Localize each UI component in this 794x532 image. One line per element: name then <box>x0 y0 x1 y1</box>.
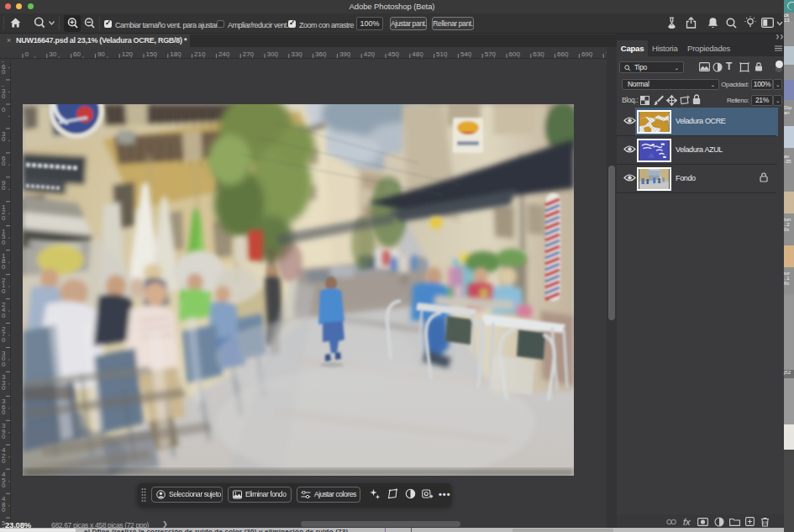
svg-text:0: 0 <box>2 214 6 222</box>
svg-text:0: 0 <box>2 408 6 416</box>
svg-text:0: 0 <box>2 68 6 76</box>
svg-text:450: 450 <box>388 50 400 58</box>
svg-text:0: 0 <box>2 263 6 271</box>
svg-text:0: 0 <box>2 312 6 319</box>
svg-text:30: 30 <box>49 50 56 58</box>
svg-text:390: 390 <box>339 50 351 58</box>
svg-text:0: 0 <box>2 239 6 246</box>
svg-text:0: 0 <box>2 384 6 392</box>
svg-text:0: 0 <box>2 433 6 440</box>
svg-text:270: 270 <box>243 50 255 58</box>
svg-text:300: 300 <box>267 50 279 58</box>
svg-text:180: 180 <box>170 50 181 58</box>
svg-text:480: 480 <box>412 50 423 58</box>
svg-text:690: 690 <box>581 50 593 58</box>
svg-text:0: 0 <box>2 506 6 514</box>
svg-text:360: 360 <box>315 50 327 58</box>
svg-text:0: 0 <box>2 336 6 344</box>
svg-text:0: 0 <box>2 135 6 143</box>
svg-text:0: 0 <box>2 160 6 167</box>
svg-text:60: 60 <box>73 50 81 58</box>
svg-text:510: 510 <box>436 50 448 58</box>
svg-text:0: 0 <box>2 287 6 295</box>
svg-text:150: 150 <box>146 50 158 58</box>
svg-text:420: 420 <box>364 50 376 58</box>
svg-text:0: 0 <box>2 457 6 465</box>
svg-text:600: 600 <box>509 50 521 58</box>
svg-text:120: 120 <box>122 50 134 58</box>
svg-text:0: 0 <box>2 361 6 368</box>
svg-text:240: 240 <box>218 50 230 58</box>
svg-text:0: 0 <box>2 92 6 100</box>
svg-text:0: 0 <box>25 50 29 58</box>
svg-text:0: 0 <box>2 106 6 113</box>
svg-text:630: 630 <box>533 50 544 58</box>
svg-text:330: 330 <box>291 50 302 58</box>
svg-text:90: 90 <box>97 50 105 58</box>
svg-text:0: 0 <box>2 184 6 192</box>
svg-text:660: 660 <box>557 50 569 58</box>
svg-text:210: 210 <box>194 50 206 58</box>
svg-text:540: 540 <box>460 50 472 58</box>
svg-text:570: 570 <box>485 50 497 58</box>
svg-text:0: 0 <box>2 482 6 489</box>
